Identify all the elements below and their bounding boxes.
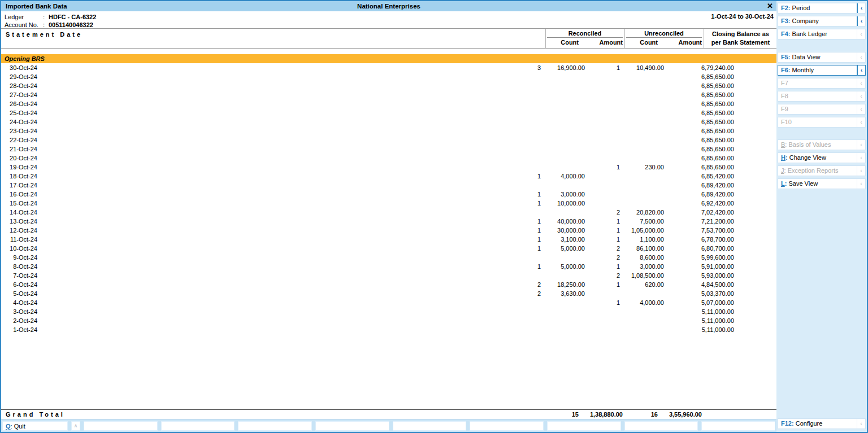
table-row[interactable]: 12-Oct-24130,000.0011,05,000.007,53,700.…: [1, 226, 776, 235]
table-row[interactable]: 23-Oct-246,85,650.00: [1, 126, 776, 135]
chevron-left-icon: ‹: [857, 166, 865, 176]
table-row[interactable]: 24-Oct-246,85,650.00: [1, 117, 776, 126]
key-label: F2: [781, 3, 788, 13]
reconciled-count-cell: 1: [37, 190, 545, 199]
key-colon: :: [785, 153, 789, 163]
table-row[interactable]: 8-Oct-2415,000.0013,000.005,91,000.00: [1, 262, 776, 271]
unreconciled-amount-cell: 620.00: [624, 280, 666, 289]
sidebar-button-f4[interactable]: F4: Bank Ledger‹: [778, 29, 866, 40]
expand-caret-icon[interactable]: ∧: [71, 421, 80, 431]
chevron-left-icon: ‹: [857, 53, 865, 62]
sidebar-button-f6[interactable]: F6: Monthly‹: [778, 65, 866, 76]
table-row[interactable]: 26-Oct-246,85,650.00: [1, 99, 776, 108]
table-row[interactable]: 9-Oct-2428,600.005,99,600.00: [1, 253, 776, 262]
reconciled-count-cell: [37, 253, 545, 262]
reconciled-amount-cell: [545, 135, 587, 145]
sidebar-button-f12[interactable]: F12: Configure‹: [778, 418, 866, 429]
table-row[interactable]: 21-Oct-246,85,650.00: [1, 145, 776, 154]
unreconciled-count-header: Count: [624, 39, 662, 46]
reconciled-amount-cell: [545, 298, 587, 307]
reconciled-count-cell: [37, 154, 545, 163]
unreconciled-count-cell: [587, 108, 624, 117]
table-row[interactable]: 2-Oct-245,11,000.00: [1, 316, 776, 325]
table-row[interactable]: 16-Oct-2413,000.006,89,420.00: [1, 190, 776, 199]
table-row[interactable]: 19-Oct-241230.006,85,650.00: [1, 163, 776, 172]
closing-balance-cell: 6,85,650.00: [666, 99, 738, 108]
table-row[interactable]: 1-Oct-245,11,000.00: [1, 325, 776, 334]
unreconciled-amount-cell: [624, 190, 666, 199]
table-row[interactable]: 6-Oct-24218,250.001620.004,84,500.00: [1, 280, 776, 289]
opening-brs-row[interactable]: Opening BRS: [1, 54, 776, 63]
table-row[interactable]: 29-Oct-246,85,650.00: [1, 72, 776, 81]
table-row[interactable]: 13-Oct-24140,000.0017,500.007,21,200.00: [1, 217, 776, 226]
closing-balance-cell: 7,21,200.00: [666, 217, 738, 226]
closing-balance-cell: 6,85,650.00: [666, 108, 738, 117]
sidebar-button-f5[interactable]: F5: Data View‹: [778, 52, 866, 63]
unreconciled-amount-cell: 1,05,000.00: [624, 226, 666, 235]
unreconciled-count-cell: 1: [587, 262, 624, 271]
sidebar-button-l[interactable]: L: Save View‹: [778, 178, 866, 189]
sidebar-button-f2[interactable]: F2: Period‹: [778, 3, 866, 14]
table-row[interactable]: 17-Oct-246,89,420.00: [1, 181, 776, 190]
sidebar-button-f10: F10‹: [778, 117, 866, 128]
sidebar-button-h[interactable]: H: Change View‹: [778, 152, 866, 163]
reconciled-amount-cell: [545, 81, 587, 90]
sidebar-button-f9: F9‹: [778, 104, 866, 115]
statement-date-cell: 8-Oct-24: [1, 262, 37, 271]
statement-date-cell: 3-Oct-24: [1, 307, 37, 316]
reconciled-amount-header: Amount: [583, 39, 624, 46]
reconciled-amount-cell: [545, 72, 587, 81]
sidebar: F2: Period‹F3: Company‹F4: Bank Ledger‹ …: [776, 1, 867, 432]
unreconciled-count-cell: [587, 99, 624, 108]
table-row[interactable]: 25-Oct-246,85,650.00: [1, 108, 776, 117]
table-row[interactable]: 27-Oct-246,85,650.00: [1, 90, 776, 99]
table-row[interactable]: 7-Oct-2421,08,500.005,93,000.00: [1, 271, 776, 280]
empty-button-slot: [624, 421, 698, 431]
unreconciled-count-cell: 1: [587, 280, 624, 289]
reconciled-count-cell: 2: [37, 280, 545, 289]
unreconciled-count-cell: 2: [587, 253, 624, 262]
key-label: F10: [781, 117, 792, 127]
table-row[interactable]: 4-Oct-2414,000.005,07,000.00: [1, 298, 776, 307]
account-no-row: Account No. : 0051140046322: [1, 21, 776, 29]
statement-date-cell: 16-Oct-24: [1, 190, 37, 199]
key-label: L: [781, 179, 785, 189]
table-row[interactable]: 18-Oct-2414,000.006,85,420.00: [1, 172, 776, 181]
table-row[interactable]: 11-Oct-2413,100.0011,100.006,78,700.00: [1, 235, 776, 244]
unreconciled-count-cell: [587, 325, 624, 334]
column-separator: [704, 29, 704, 48]
unreconciled-count-cell: 1: [587, 226, 624, 235]
reconciled-group-header: Reconciled: [547, 30, 623, 38]
chevron-left-icon: ‹: [857, 140, 865, 150]
table-row[interactable]: 3-Oct-245,11,000.00: [1, 307, 776, 316]
reconciled-count-cell: 1: [37, 172, 545, 181]
unreconciled-amount-cell: [624, 117, 666, 126]
empty-button-slot: [547, 421, 621, 431]
account-no-value: 0051140046322: [49, 21, 93, 29]
button-label: Monthly: [792, 65, 814, 75]
statement-date-cell: 10-Oct-24: [1, 244, 37, 253]
key-label: F9: [781, 104, 788, 114]
table-row[interactable]: 28-Oct-246,85,650.00: [1, 81, 776, 90]
table-row[interactable]: 22-Oct-246,85,650.00: [1, 135, 776, 145]
close-icon[interactable]: ✕: [767, 2, 773, 11]
table-row[interactable]: 5-Oct-2423,630.005,03,370.00: [1, 289, 776, 298]
reconciled-count-cell: 1: [37, 235, 545, 244]
unreconciled-amount-header: Amount: [662, 39, 704, 46]
unreconciled-amount-cell: [624, 199, 666, 208]
table-row[interactable]: 10-Oct-2415,000.00286,100.006,80,700.00: [1, 244, 776, 253]
unreconciled-amount-cell: [624, 172, 666, 181]
table-row[interactable]: 20-Oct-246,85,650.00: [1, 154, 776, 163]
table-row[interactable]: 30-Oct-24316,900.00110,490.006,79,240.00: [1, 63, 776, 72]
unreconciled-amount-cell: 1,100.00: [624, 235, 666, 244]
reconciled-amount-cell: 30,000.00: [545, 226, 587, 235]
table-row[interactable]: 15-Oct-24110,000.006,92,420.00: [1, 199, 776, 208]
table-row[interactable]: 14-Oct-24220,820.007,02,420.00: [1, 208, 776, 217]
reconciled-amount-cell: [545, 108, 587, 117]
reconciled-count-cell: [37, 145, 545, 154]
quit-button[interactable]: Q: Quit: [2, 421, 68, 431]
unreconciled-amount-cell: 10,490.00: [624, 63, 666, 72]
sidebar-button-f3[interactable]: F3: Company‹: [778, 16, 866, 27]
reconciled-amount-cell: [545, 145, 587, 154]
closing-balance-cell: 5,93,000.00: [666, 271, 738, 280]
